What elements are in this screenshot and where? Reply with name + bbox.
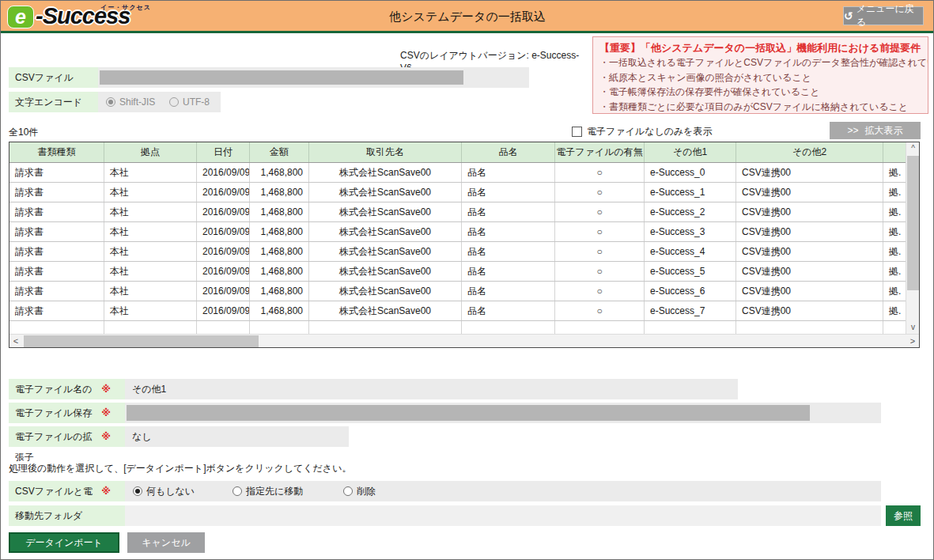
table-cell: 株式会社ScanSave00 [309,202,462,221]
logo-e-letter: e [15,6,26,28]
table-cell: 品名 [462,163,555,182]
table-header-cell: 金額 [250,142,309,162]
table-cell [555,321,645,334]
table-cell: 品名 [462,183,555,202]
table-cell: e-Success_2 [645,202,736,221]
table-cell: 品名 [462,202,555,221]
page-title: 他システムデータの一括取込 [238,9,697,25]
table-row-partial[interactable] [9,321,919,334]
horizontal-scrollbar-thumb[interactable] [24,335,259,347]
app-window: e -Success イー・サクセス 他システムデータの一括取込 ↺ メニューに… [0,0,934,560]
table-cell: 2016/09/09 [197,301,250,320]
extension-field[interactable]: なし [125,426,349,447]
logo-ruby-text: イー・サクセス [100,3,151,12]
radio-icon[interactable] [133,486,142,496]
browse-button[interactable]: 参照 [886,505,921,526]
table-cell: 1,468,800 [250,262,309,281]
import-data-table: 書類種類拠点日付金額取引先名品名電子ファイルの有無その他1その他2 請求書本社2… [9,142,920,348]
back-arrow-icon: ↺ [844,10,853,21]
required-mark: ※ [101,426,111,447]
table-cell: 1,468,800 [250,222,309,241]
table-cell [736,321,883,334]
table-header-cell [883,142,906,162]
table-header-cell: 書類種類 [9,142,104,162]
table-row[interactable]: 請求書本社2016/09/091,468,800株式会社ScanSave00品名… [9,202,919,222]
table-cell: CSV連携00 [736,282,883,301]
table-cell: 株式会社ScanSave00 [309,301,462,320]
expand-view-label: 拡大表示 [865,124,903,138]
save-folder-label-text: 電子ファイル保存フォルダ [15,403,101,423]
table-cell: 請求書 [9,242,104,261]
no-efile-only-checkbox[interactable] [572,127,582,137]
table-cell: 株式会社ScanSave00 [309,262,462,281]
record-count: 全10件 [9,126,38,139]
cancel-button[interactable]: キャンセル [127,532,205,553]
back-to-menu-button[interactable]: ↺ メニューに戻る [843,6,924,25]
table-cell: 請求書 [9,163,104,182]
radio-label: Shift-JIS [119,92,155,112]
table-cell: 株式会社ScanSave00 [309,242,462,261]
table-cell: 1,468,800 [250,242,309,261]
table-cell: 株式会社ScanSave00 [309,282,462,301]
radio-icon[interactable] [233,486,242,496]
file-name-column-field[interactable]: その他1 [125,379,738,399]
table-cell [883,321,906,334]
table-cell: 1,468,800 [250,163,309,182]
table-header-cell: 日付 [197,142,250,162]
radio-label: UTF-8 [183,92,210,112]
scroll-down-icon[interactable]: v [906,321,920,334]
table-cell: 本社 [104,282,197,301]
notice-item: ・電子帳簿保存法の保存要件が確保されていること [599,85,921,100]
table-cell [645,321,736,334]
scroll-left-icon[interactable]: < [9,335,22,348]
horizontal-scrollbar[interactable]: < > [9,334,919,347]
table-cell: e-Success_0 [645,163,736,182]
radio-icon[interactable] [343,486,353,496]
table-cell: 本社 [104,242,197,261]
table-cell: 2016/09/09 [197,222,250,241]
table-cell [197,321,250,334]
table-cell: 2016/09/09 [197,242,250,261]
header-bar: e -Success イー・サクセス 他システムデータの一括取込 ↺ メニューに… [1,1,933,31]
radio-option-何もしない[interactable]: 何もしない [133,481,195,501]
table-cell: 品名 [462,222,555,241]
save-folder-value-redacted [127,405,810,421]
table-row[interactable]: 請求書本社2016/09/091,468,800株式会社ScanSave00品名… [9,282,919,301]
table-cell: 本社 [104,262,197,281]
file-name-column-label: 電子ファイル名の列 ※ [9,379,125,399]
scroll-right-icon[interactable]: > [906,335,919,348]
logo-e-badge: e [7,6,34,28]
header-divider [1,31,933,33]
table-row[interactable]: 請求書本社2016/09/091,468,800株式会社ScanSave00品名… [9,183,919,202]
table-cell: 請求書 [9,202,104,221]
vertical-scrollbar-thumb[interactable] [907,156,919,290]
radio-option-削除[interactable]: 削除 [343,481,376,501]
table-cell: 本社 [104,163,197,182]
radio-option-指定先に移動[interactable]: 指定先に移動 [233,481,303,501]
table-cell: 品名 [462,301,555,320]
scroll-up-icon[interactable]: ^ [906,142,920,155]
radio-label: 何もしない [146,481,195,501]
notice-item: ・一括取込される電子ファイルとCSVファイルのデータ整合性が確認されていること [599,55,921,70]
data-import-button[interactable]: データインポート [9,532,119,553]
table-row[interactable]: 請求書本社2016/09/091,468,800株式会社ScanSave00品名… [9,222,919,242]
table-row[interactable]: 請求書本社2016/09/091,468,800株式会社ScanSave00品名… [9,163,919,183]
table-row[interactable]: 請求書本社2016/09/091,468,800株式会社ScanSave00品名… [9,301,919,321]
table-cell: CSV連携00 [736,202,883,221]
table-header-cell: その他1 [645,142,736,162]
expand-view-button[interactable]: >> 拡大表示 [830,122,921,139]
table-cell: 2016/09/09 [197,183,250,202]
table-row[interactable]: 請求書本社2016/09/091,468,800株式会社ScanSave00品名… [9,262,919,282]
vertical-scrollbar[interactable]: ^ v [906,142,919,334]
post-action-label: CSVファイルと電子ファイル ※ [9,481,125,501]
post-action-label-text: CSVファイルと電子ファイル [15,481,101,501]
table-cell [250,321,309,334]
chevrons-icon: >> [847,125,858,136]
table-cell: ○ [555,262,645,281]
table-cell: 拠. [883,262,906,281]
move-folder-field[interactable] [125,505,881,526]
table-cell: 請求書 [9,282,104,301]
table-cell: 品名 [462,262,555,281]
table-cell: 拠. [883,163,906,182]
table-row[interactable]: 請求書本社2016/09/091,468,800株式会社ScanSave00品名… [9,242,919,262]
